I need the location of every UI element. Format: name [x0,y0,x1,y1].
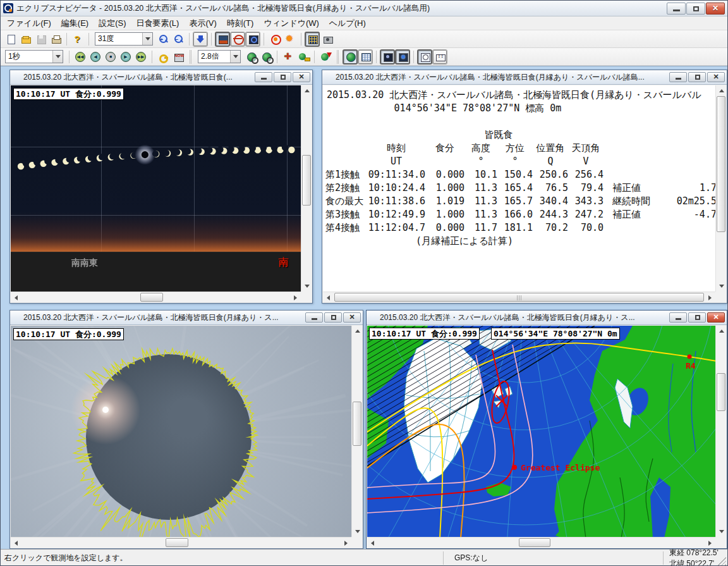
table-row-3-cell-8: -4.7s [669,208,715,221]
import-elements-button[interactable] [193,32,207,46]
stop-button[interactable]: ■ [104,50,118,64]
observer-jump-button[interactable] [318,50,332,64]
toggle-clock-window-button[interactable] [418,50,432,64]
sky-restore-button[interactable] [274,72,291,82]
corona-horizontal-scrollbar[interactable] [11,537,351,548]
toggle-data-window-button[interactable] [358,50,372,64]
zoom-combo[interactable]: 2.8倍 [198,50,241,63]
step-back-button[interactable]: ◀ [88,50,102,64]
corona-vertical-scrollbar[interactable] [351,326,362,537]
menu-item-4[interactable]: 表示(V) [184,16,221,30]
corona-display-button[interactable] [283,32,297,46]
menu-item-3[interactable]: 日食要素(L) [131,16,185,30]
horizon-view-button[interactable] [215,32,229,46]
rewind-button[interactable]: ◀◀ [73,50,87,64]
map-horizontal-scrollbar[interactable] [367,537,715,548]
table-row-3-cell-6: 247.2 [568,208,604,221]
new-document-button[interactable] [3,32,17,46]
corona-minimize-button[interactable] [305,312,323,323]
grid-toggle-icon [307,34,318,44]
circle-view-button[interactable] [246,32,260,46]
corona-window-titlebar[interactable]: 2015.03.20 北大西洋・スバールバル諸島・北極海皆既日食(月縁あり・ス.… [10,311,363,325]
sky-window-titlebar[interactable]: 2015.03.20 北大西洋・スバールバル諸島・北極海皆既日食(... ✕ [10,70,312,85]
globe-grid-view-button[interactable] [231,32,245,46]
units-7 [604,155,669,168]
now-button[interactable]: NOW [171,50,185,64]
sky-view-canvas-area[interactable]: 10:10:17 UT 食分:0.999 南南東 南 [11,85,312,302]
eclipse-title-line: 2015.03.20 北大西洋・スバールバル諸島・北極海皆既日食(月縁あり・スバ… [327,89,715,102]
toggle-digital-clock-button[interactable] [433,50,447,64]
table-row-2-cell-1: 10:11:38.6 [367,195,425,208]
corona-close-button[interactable]: ✕ [343,312,361,323]
zoom-out-button[interactable]: − [171,32,185,46]
menu-item-6[interactable]: ウィンドウ(W) [258,16,324,30]
zoom-in-button[interactable]: + [156,32,170,46]
map-zoom-in-button[interactable] [244,50,258,64]
table-row-4-cell-8 [669,221,715,235]
time-set-icon [158,52,169,62]
sky-close-button[interactable]: ✕ [293,72,310,82]
minimize-button[interactable] [667,3,686,15]
print-export-button[interactable] [49,32,63,46]
table-row-4-cell-5: 70.2 [533,221,568,235]
chevron-down-icon[interactable] [142,33,152,45]
grid-toggle-button[interactable] [305,32,319,46]
map-zoom-out-button[interactable] [259,50,273,64]
sky-view-canvas[interactable] [11,85,302,293]
map-view-canvas-area[interactable]: 10:10:17 UT 食分:0.999 014°56'34"E 78°08'2… [367,326,726,548]
restore-button[interactable] [686,3,705,15]
corona-view-canvas[interactable] [11,326,353,538]
corona-view-canvas-area[interactable]: 10:10:17 UT 食分:0.999 [11,326,362,548]
map-minimize-button[interactable] [669,312,687,323]
help-button[interactable] [71,32,85,46]
table-row-0-cell-6: 256.4 [568,168,604,181]
corona-restore-button[interactable] [324,312,342,323]
sky-window-title: 2015.03.20 北大西洋・スバールバル諸島・北極海皆既日食(... [23,72,252,83]
chevron-down-icon[interactable] [230,51,240,63]
map-close-button[interactable]: ✕ [707,312,725,323]
sky-horizontal-scrollbar[interactable] [11,292,301,302]
sky-vertical-scrollbar[interactable] [301,85,312,292]
data-window: 2015.03.20 北大西洋・スバールバル諸島・北極海皆既日食(月縁あり・スバ… [322,70,727,304]
observer-settings-button[interactable] [296,50,310,64]
data-window-titlebar[interactable]: 2015.03.20 北大西洋・スバールバル諸島・北極海皆既日食(月縁あり・スバ… [322,70,727,85]
save-button[interactable] [33,32,47,46]
time-set-button[interactable] [156,50,170,64]
fov-combo[interactable]: 31度 [95,32,153,46]
chevron-down-icon[interactable] [52,51,63,63]
data-vertical-scrollbar[interactable] [715,85,726,292]
toggle-corona-window-button[interactable] [396,50,410,64]
map-window-titlebar[interactable]: 2015.03.20 北大西洋・スバールバル諸島・北極海皆既日食(月縁あり・ス.… [367,311,727,325]
resize-grip[interactable] [718,557,726,565]
map-view-canvas[interactable] [367,326,717,538]
toggle-sky-window-button[interactable] [380,50,394,64]
menu-item-1[interactable]: 編集(E) [56,16,94,30]
data-horizontal-scrollbar[interactable] [323,292,715,302]
new-document-icon [5,34,16,44]
contact-times-table: 皆既食時刻食分高度方位位置角天頂角UT°°QV第1接触09:11:34.00.0… [325,128,715,248]
data-minimize-button[interactable] [669,72,687,82]
menu-item-7[interactable]: ヘルプ(H) [324,16,371,30]
fast-forward-button[interactable]: ▶▶ [134,50,148,64]
map-restore-button[interactable] [688,312,706,323]
toggle-map-window-button[interactable] [343,50,357,64]
map-vertical-scrollbar[interactable] [715,326,726,537]
center-observer-button[interactable] [281,50,295,64]
open-file-button[interactable] [18,32,32,46]
data-close-button[interactable]: ✕ [707,72,725,82]
toggle-corona-window-icon [397,52,408,62]
sun-display-button[interactable] [268,32,282,46]
menu-item-2[interactable]: 設定(S) [94,16,131,30]
table-row-1-cell-1: 10:10:24.4 [367,181,425,195]
spacer [325,128,367,142]
step-forward-button[interactable]: ▶ [119,50,133,64]
sky-minimize-button[interactable] [255,72,272,82]
close-button[interactable]: ✕ [706,3,725,15]
menu-item-0[interactable]: ファイル(F) [2,16,56,30]
step-combo[interactable]: 1秒 [5,50,63,63]
data-restore-button[interactable] [688,72,706,82]
table-row-0-cell-3: 10.1 [464,168,497,181]
menu-item-5[interactable]: 時刻(T) [222,16,259,30]
screenshot-button[interactable] [320,32,334,46]
table-row-1-cell-6: 79.4 [568,181,604,195]
